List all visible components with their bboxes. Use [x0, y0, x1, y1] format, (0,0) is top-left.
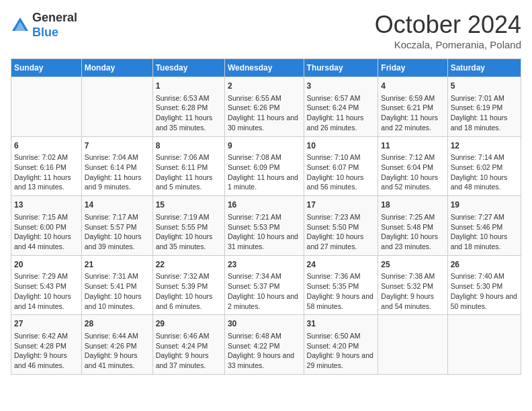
calendar-cell: 15Sunrise: 7:19 AM Sunset: 5:55 PM Dayli…: [152, 196, 224, 256]
cell-content: Sunrise: 7:29 AM Sunset: 5:43 PM Dayligh…: [14, 271, 79, 311]
calendar-row-1: 6Sunrise: 7:02 AM Sunset: 6:16 PM Daylig…: [11, 136, 521, 196]
calendar-cell: [447, 315, 521, 375]
day-number: 21: [85, 259, 150, 271]
calendar-cell: 23Sunrise: 7:34 AM Sunset: 5:37 PM Dayli…: [224, 255, 304, 315]
calendar-cell: 2Sunrise: 6:55 AM Sunset: 6:26 PM Daylig…: [224, 77, 304, 137]
day-number: 5: [451, 81, 518, 92]
day-number: 8: [156, 140, 222, 152]
calendar-cell: 29Sunrise: 6:46 AM Sunset: 4:24 PM Dayli…: [152, 315, 224, 375]
day-number: 10: [307, 140, 375, 152]
calendar-cell: 22Sunrise: 7:32 AM Sunset: 5:39 PM Dayli…: [152, 255, 224, 315]
calendar-cell: 11Sunrise: 7:12 AM Sunset: 6:04 PM Dayli…: [378, 136, 447, 196]
cell-content: Sunrise: 7:36 AM Sunset: 5:35 PM Dayligh…: [307, 271, 375, 311]
day-number: 2: [228, 81, 301, 92]
day-number: 24: [307, 259, 375, 271]
cell-content: Sunrise: 6:57 AM Sunset: 6:24 PM Dayligh…: [307, 93, 375, 133]
calendar-cell: 1Sunrise: 6:53 AM Sunset: 6:28 PM Daylig…: [152, 77, 224, 137]
weekday-header-tuesday: Tuesday: [152, 59, 224, 77]
day-number: 30: [228, 318, 301, 330]
day-number: 6: [14, 140, 79, 152]
day-number: 7: [85, 140, 150, 152]
calendar-header: SundayMondayTuesdayWednesdayThursdayFrid…: [11, 59, 521, 77]
logo-general-text: General: [32, 11, 77, 24]
cell-content: Sunrise: 7:32 AM Sunset: 5:39 PM Dayligh…: [156, 271, 222, 311]
calendar-cell: 20Sunrise: 7:29 AM Sunset: 5:43 PM Dayli…: [11, 255, 82, 315]
cell-content: Sunrise: 6:53 AM Sunset: 6:28 PM Dayligh…: [156, 93, 222, 133]
day-number: 1: [156, 81, 222, 92]
calendar-row-4: 27Sunrise: 6:42 AM Sunset: 4:28 PM Dayli…: [11, 315, 521, 375]
calendar-cell: 28Sunrise: 6:44 AM Sunset: 4:26 PM Dayli…: [81, 315, 152, 375]
cell-content: Sunrise: 7:17 AM Sunset: 5:57 PM Dayligh…: [85, 212, 150, 252]
day-number: 11: [381, 140, 444, 152]
logo-icon: [11, 16, 30, 35]
calendar-cell: 3Sunrise: 6:57 AM Sunset: 6:24 PM Daylig…: [304, 77, 378, 137]
title-block: October 2024 Koczala, Pomerania, Poland: [375, 11, 521, 50]
day-number: 27: [14, 318, 79, 330]
calendar-cell: 6Sunrise: 7:02 AM Sunset: 6:16 PM Daylig…: [11, 136, 82, 196]
calendar-row-2: 13Sunrise: 7:15 AM Sunset: 6:00 PM Dayli…: [11, 196, 521, 256]
day-number: 18: [381, 199, 444, 211]
day-number: 15: [156, 199, 222, 211]
calendar-cell: 16Sunrise: 7:21 AM Sunset: 5:53 PM Dayli…: [224, 196, 304, 256]
cell-content: Sunrise: 6:50 AM Sunset: 4:20 PM Dayligh…: [307, 331, 375, 371]
logo-blue-text: Blue: [32, 26, 58, 39]
cell-content: Sunrise: 7:23 AM Sunset: 5:50 PM Dayligh…: [307, 212, 375, 252]
cell-content: Sunrise: 7:25 AM Sunset: 5:48 PM Dayligh…: [381, 212, 444, 252]
cell-content: Sunrise: 7:08 AM Sunset: 6:09 PM Dayligh…: [228, 152, 301, 192]
cell-content: Sunrise: 7:27 AM Sunset: 5:46 PM Dayligh…: [451, 212, 518, 252]
calendar-cell: 7Sunrise: 7:04 AM Sunset: 6:14 PM Daylig…: [81, 136, 152, 196]
calendar-cell: 14Sunrise: 7:17 AM Sunset: 5:57 PM Dayli…: [81, 196, 152, 256]
calendar-cell: 12Sunrise: 7:14 AM Sunset: 6:02 PM Dayli…: [447, 136, 521, 196]
calendar-cell: 8Sunrise: 7:06 AM Sunset: 6:11 PM Daylig…: [152, 136, 224, 196]
day-number: 28: [85, 318, 150, 330]
day-number: 17: [307, 199, 375, 211]
day-number: 13: [14, 199, 79, 211]
cell-content: Sunrise: 6:44 AM Sunset: 4:26 PM Dayligh…: [85, 331, 150, 371]
weekday-header-monday: Monday: [81, 59, 152, 77]
calendar-cell: 19Sunrise: 7:27 AM Sunset: 5:46 PM Dayli…: [447, 196, 521, 256]
cell-content: Sunrise: 6:55 AM Sunset: 6:26 PM Dayligh…: [228, 93, 301, 133]
weekday-header-wednesday: Wednesday: [224, 59, 304, 77]
weekday-header-sunday: Sunday: [11, 59, 82, 77]
calendar-cell: 24Sunrise: 7:36 AM Sunset: 5:35 PM Dayli…: [304, 255, 378, 315]
day-number: 23: [228, 259, 301, 271]
calendar-cell: 31Sunrise: 6:50 AM Sunset: 4:20 PM Dayli…: [304, 315, 378, 375]
calendar-cell: 4Sunrise: 6:59 AM Sunset: 6:21 PM Daylig…: [378, 77, 447, 137]
weekday-header-saturday: Saturday: [447, 59, 521, 77]
cell-content: Sunrise: 7:14 AM Sunset: 6:02 PM Dayligh…: [451, 152, 518, 192]
calendar-body: 1Sunrise: 6:53 AM Sunset: 6:28 PM Daylig…: [11, 77, 521, 375]
calendar-cell: [11, 77, 82, 137]
weekday-header-friday: Friday: [378, 59, 447, 77]
cell-content: Sunrise: 6:42 AM Sunset: 4:28 PM Dayligh…: [14, 331, 79, 371]
calendar-cell: 26Sunrise: 7:40 AM Sunset: 5:30 PM Dayli…: [447, 255, 521, 315]
page-header: General Blue October 2024 Koczala, Pomer…: [11, 11, 521, 50]
cell-content: Sunrise: 7:15 AM Sunset: 6:00 PM Dayligh…: [14, 212, 79, 252]
cell-content: Sunrise: 6:59 AM Sunset: 6:21 PM Dayligh…: [381, 93, 444, 133]
calendar-cell: 30Sunrise: 6:48 AM Sunset: 4:22 PM Dayli…: [224, 315, 304, 375]
cell-content: Sunrise: 7:10 AM Sunset: 6:07 PM Dayligh…: [307, 152, 375, 192]
cell-content: Sunrise: 7:21 AM Sunset: 5:53 PM Dayligh…: [228, 212, 301, 252]
day-number: 19: [451, 199, 518, 211]
day-number: 3: [307, 81, 375, 92]
weekday-header-thursday: Thursday: [304, 59, 378, 77]
calendar-cell: [81, 77, 152, 137]
day-number: 14: [85, 199, 150, 211]
day-number: 31: [307, 318, 375, 330]
cell-content: Sunrise: 7:31 AM Sunset: 5:41 PM Dayligh…: [85, 271, 150, 311]
cell-content: Sunrise: 7:34 AM Sunset: 5:37 PM Dayligh…: [228, 271, 301, 311]
day-number: 20: [14, 259, 79, 271]
calendar-cell: 5Sunrise: 7:01 AM Sunset: 6:19 PM Daylig…: [447, 77, 521, 137]
cell-content: Sunrise: 7:06 AM Sunset: 6:11 PM Dayligh…: [156, 152, 222, 192]
cell-content: Sunrise: 7:12 AM Sunset: 6:04 PM Dayligh…: [381, 152, 444, 192]
calendar-cell: 13Sunrise: 7:15 AM Sunset: 6:00 PM Dayli…: [11, 196, 82, 256]
cell-content: Sunrise: 6:46 AM Sunset: 4:24 PM Dayligh…: [156, 331, 222, 371]
day-number: 29: [156, 318, 222, 330]
day-number: 9: [228, 140, 301, 152]
calendar-cell: 9Sunrise: 7:08 AM Sunset: 6:09 PM Daylig…: [224, 136, 304, 196]
weekday-row: SundayMondayTuesdayWednesdayThursdayFrid…: [11, 59, 521, 77]
month-title: October 2024: [375, 11, 521, 39]
calendar-table: SundayMondayTuesdayWednesdayThursdayFrid…: [11, 58, 521, 375]
location-text: Koczala, Pomerania, Poland: [375, 39, 521, 50]
calendar-cell: 25Sunrise: 7:38 AM Sunset: 5:32 PM Dayli…: [378, 255, 447, 315]
day-number: 16: [228, 199, 301, 211]
